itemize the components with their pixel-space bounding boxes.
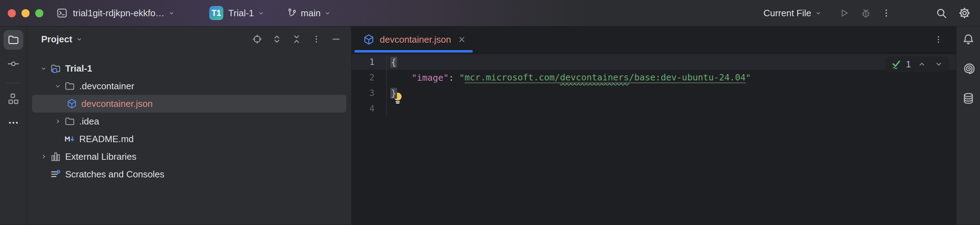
tree-item-devcontainer-json[interactable]: devcontainer.json [32,95,346,113]
editor-area: devcontainer.json 1 { 2 [352,26,956,225]
line-number: 3 [352,85,387,101]
chevron-down-icon [257,9,265,17]
chevron-down-icon [324,9,331,17]
tree-item-label: README.md [79,134,134,145]
devcontainer-cube-icon [66,98,78,110]
chevron-down-icon [75,35,83,43]
inspections-widget[interactable]: 1 [885,56,949,72]
ai-assistant-button[interactable] [961,61,976,77]
git-branch-icon [287,8,298,18]
tree-item-trial-1[interactable]: Trial-1 [27,60,351,77]
commit-icon [7,57,20,70]
line-number: 4 [352,101,387,116]
folder-icon [7,34,20,46]
expand-all-button[interactable] [271,33,283,45]
close-window-button[interactable] [8,9,16,17]
git-branch-widget[interactable]: main [287,8,331,19]
chevron-down-icon[interactable] [38,62,50,74]
chevron-spacer [52,133,64,145]
commit-toolwindow-button[interactable] [3,54,23,74]
notifications-bell-button[interactable] [961,31,976,47]
tree-item-scratches-and-consoles[interactable]: Scratches and Consoles [27,165,351,183]
open-brace-token: { [390,57,397,68]
quote-token: " [746,73,751,83]
panel-options-kebab-icon[interactable] [310,33,322,45]
run-configuration-label: Current File [764,8,811,19]
code-line-2[interactable]: 2 "image": "mcr.microsoft.com/devcontain… [352,70,956,85]
tree-item-label: devcontainer.json [81,98,153,109]
line-number: 1 [352,54,387,70]
project-toolwindow: Project [27,26,352,225]
code-line-1[interactable]: 1 { [352,54,956,70]
chevron-down-icon [815,9,822,17]
chevron-down-icon[interactable] [52,80,64,92]
quote-token: " [459,73,465,83]
run-configuration-widget[interactable]: Current File [764,8,822,19]
tree-item-label: Scratches and Consoles [65,169,164,180]
collapse-all-button[interactable] [291,33,302,45]
code-editor[interactable]: 1 { 2 "image": "mcr.microsoft.com/devcon… [352,53,956,225]
scratches-icon [50,168,62,180]
tree-item-readme[interactable]: README.md [27,130,351,148]
project-folder-icon [50,62,62,74]
tab-devcontainer-json[interactable]: devcontainer.json [354,26,473,53]
project-switcher-label: trial1git-rdjkpn-ekkfo… [73,8,164,19]
zoom-window-button[interactable] [35,9,43,17]
search-everywhere-icon[interactable] [934,5,949,21]
previous-problem-chevron-up-icon[interactable] [917,60,926,69]
more-actions-kebab-icon[interactable] [878,5,894,21]
image-url-typo-token[interactable]: devcontainers [560,72,629,83]
hide-panel-button[interactable] [330,33,342,45]
image-url-token[interactable]: /base:dev-ubuntu-24.04 [629,72,745,83]
minimize-window-button[interactable] [21,9,30,17]
structure-toolwindow-button[interactable] [3,89,23,109]
tree-item-label: .devcontainer [79,81,134,92]
tab-options-kebab-icon[interactable] [934,35,943,45]
workspace-switcher[interactable]: T1 Trial-1 [209,6,265,20]
tree-item-idea-folder[interactable]: .idea [27,113,351,130]
folder-icon [64,115,76,127]
line-number: 2 [352,70,387,85]
code-line-3[interactable]: 3 } [352,85,956,101]
close-brace-token: } [390,88,397,99]
more-horizontal-icon [7,117,19,129]
project-panel-title[interactable]: Project [41,34,72,45]
image-url-token[interactable]: mcr.microsoft.com/ [465,72,560,83]
editor-tabbar: devcontainer.json [352,26,956,53]
more-toolwindows-button[interactable] [3,113,23,132]
strip-divider [6,83,21,83]
project-panel-header: Project [27,26,351,52]
macos-window-controls [8,9,43,17]
settings-gear-icon[interactable] [957,5,972,21]
code-line-4[interactable]: 4 [352,101,956,116]
tree-item-external-libraries[interactable]: External Libraries [27,148,351,165]
database-button[interactable] [961,91,976,106]
close-tab-icon[interactable] [457,35,466,44]
libraries-icon [50,151,62,163]
project-switcher[interactable]: trial1git-rdjkpn-ekkfo… [73,8,175,19]
active-tab-indicator [355,50,473,53]
markdown-file-icon [64,133,76,145]
tree-item-label: External Libraries [65,151,136,162]
chevron-right-icon[interactable] [52,115,64,127]
tab-label: devcontainer.json [380,34,451,45]
project-tree: Trial-1 .devcontainer [27,52,351,183]
tree-item-label: Trial-1 [65,63,92,74]
structure-icon [7,93,20,105]
chevron-down-icon [168,9,175,17]
left-toolwindow-strip [0,26,27,225]
project-toolwindow-button[interactable] [3,30,23,50]
debug-button[interactable] [858,5,873,21]
chevron-spacer [38,168,50,180]
tree-item-devcontainer-folder[interactable]: .devcontainer [27,77,351,95]
devcontainer-cube-icon [363,34,375,45]
tree-item-label: .idea [79,116,99,127]
git-branch-name: main [301,8,321,19]
next-problem-chevron-down-icon[interactable] [934,60,943,69]
workspace-name: Trial-1 [228,8,254,19]
titlebar: trial1git-rdjkpn-ekkfo… T1 Trial-1 main … [0,0,980,26]
chevron-right-icon[interactable] [38,151,50,163]
select-opened-file-button[interactable] [251,33,263,45]
run-button[interactable] [836,5,852,21]
right-toolwindow-strip [956,26,980,225]
